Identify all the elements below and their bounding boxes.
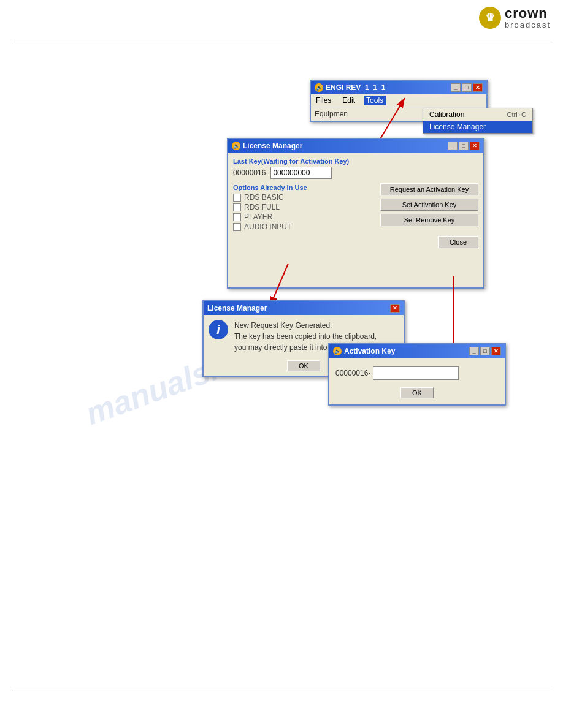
activation-key-icon: 🔊: [333, 347, 342, 355]
crown-icon: ♛: [479, 7, 501, 29]
activation-key-title: Activation Key: [344, 347, 395, 355]
engi-icon: 🔊: [315, 83, 323, 92]
engi-menubar: Files Edit Tools: [311, 94, 486, 107]
license-main-minimize-btn[interactable]: _: [448, 142, 458, 150]
top-divider: [12, 40, 551, 40]
checkbox-player[interactable]: [233, 213, 241, 221]
menu-files[interactable]: Files: [313, 96, 334, 105]
dialog-ok-btn[interactable]: OK: [287, 360, 320, 371]
engi-minimize-btn[interactable]: _: [451, 83, 461, 92]
license-dialog-title: License Manager: [207, 304, 267, 313]
license-main-window: 🔊 License Manager _ □ ✕ Last Key(Waiting…: [227, 138, 484, 289]
license-main-icon: 🔊: [232, 142, 240, 150]
activation-prefix: 00000016-: [335, 369, 370, 377]
activation-key-input[interactable]: [373, 366, 459, 380]
brand-sub: broadcast: [505, 21, 551, 29]
last-key-label: Last Key(Waiting for Activation Key): [233, 157, 478, 165]
engi-window: 🔊 ENGI REV_1_1_1 _ □ ✕ Files Edit Tools …: [310, 80, 488, 122]
checkbox-rds-basic[interactable]: [233, 194, 241, 202]
activation-close-btn[interactable]: ✕: [491, 347, 501, 355]
engi-title: ENGI REV_1_1_1: [326, 83, 385, 92]
dropdown-calibration[interactable]: Calibration Ctrl+C: [423, 108, 532, 121]
logo: ♛ crown broadcast: [479, 6, 551, 29]
bottom-divider: [12, 691, 551, 691]
set-activation-key-btn[interactable]: Set Activation Key: [380, 199, 478, 211]
brand-name: crown: [505, 6, 551, 21]
license-main-content: Last Key(Waiting for Activation Key) 000…: [228, 153, 483, 287]
license-main-close-btn[interactable]: ✕: [470, 142, 480, 150]
activation-key-titlebar: 🔊 Activation Key _ □ ✕: [329, 344, 505, 358]
license-main-maximize-btn[interactable]: □: [459, 142, 469, 150]
activation-maximize-btn[interactable]: □: [480, 347, 490, 355]
request-activation-key-btn[interactable]: Request an Activation Key: [380, 183, 478, 195]
tools-dropdown: Calibration Ctrl+C License Manager: [423, 108, 533, 134]
menu-tools[interactable]: Tools: [364, 96, 386, 105]
checkbox-rds-full[interactable]: [233, 203, 241, 211]
activation-input-row: 00000016-: [335, 366, 499, 380]
dropdown-license-manager[interactable]: License Manager: [423, 121, 532, 133]
activation-ok-row: OK: [335, 387, 499, 398]
engi-titlebar: 🔊 ENGI REV_1_1_1 _ □ ✕: [311, 81, 486, 94]
license-main-title: License Manager: [243, 142, 302, 150]
activation-ok-btn[interactable]: OK: [400, 387, 434, 398]
activation-minimize-btn[interactable]: _: [469, 347, 479, 355]
menu-edit[interactable]: Edit: [340, 96, 358, 105]
key-prefix: 00000016-: [233, 169, 268, 177]
key-input[interactable]: [270, 167, 332, 179]
license-dialog-titlebar: License Manager ✕: [204, 301, 404, 315]
license-dialog-close-btn[interactable]: ✕: [390, 304, 400, 313]
set-remove-key-btn[interactable]: Set Remove Key: [380, 214, 478, 226]
engi-close-btn[interactable]: ✕: [473, 83, 483, 92]
engi-maximize-btn[interactable]: □: [462, 83, 472, 92]
license-main-close-action-btn[interactable]: Close: [438, 236, 478, 248]
info-icon: i: [209, 320, 228, 339]
activation-body: 00000016- OK: [329, 358, 505, 404]
close-row: Close: [233, 236, 478, 248]
license-buttons: Request an Activation Key Set Activation…: [380, 183, 478, 226]
key-row: 00000016-: [233, 167, 478, 179]
checkbox-audio-input[interactable]: [233, 223, 241, 231]
activation-key-window: 🔊 Activation Key _ □ ✕ 00000016- OK: [328, 343, 506, 406]
license-main-titlebar: 🔊 License Manager _ □ ✕: [228, 139, 483, 153]
